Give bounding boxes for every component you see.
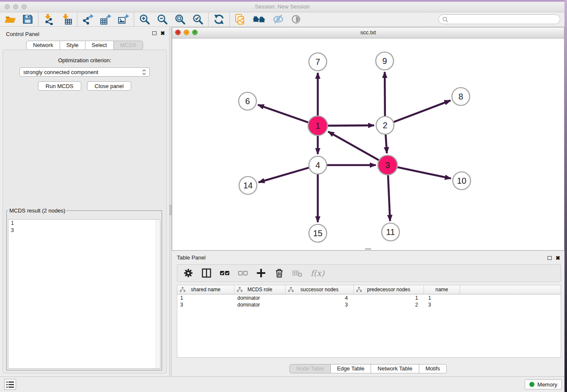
show-all-networks-icon[interactable] [252,14,266,25]
zoom-selected-icon[interactable] [192,14,204,25]
close-panel-icon[interactable]: ✖ [160,31,165,36]
table-cell[interactable]: 3 [424,301,460,308]
criterion-dropdown[interactable]: strongly connected component [19,67,150,77]
split-view-icon[interactable] [201,268,212,278]
node-3[interactable]: 3 [378,155,397,175]
edge-3-1[interactable] [328,132,379,160]
search-input[interactable] [450,16,556,23]
column-header-MCDS-role[interactable]: MCDS role [234,285,286,294]
edge-1-6[interactable] [258,105,308,123]
table-row[interactable]: 1dominator411 [177,295,561,301]
tab-edge-table[interactable]: Edge Table [330,364,371,373]
table-cell[interactable]: 1 [354,295,424,301]
tab-mcds[interactable]: MCDS [113,41,143,50]
tab-style[interactable]: Style [60,41,85,50]
node-2[interactable]: 2 [376,116,394,134]
edge-2-3[interactable] [385,135,387,153]
close-panel-button[interactable]: Close panel [87,81,132,91]
function-builder-icon[interactable]: f(x) [311,268,325,278]
zoom-out-icon[interactable] [157,14,168,25]
node-8[interactable]: 8 [452,88,470,105]
tab-motifs[interactable]: Motifs [418,364,447,373]
edge-4-14[interactable] [259,168,309,182]
result-scrollbar[interactable] [156,220,160,368]
column-header-successor-nodes[interactable]: successor nodes [286,285,354,294]
table-row[interactable]: 3dominator323 [177,301,561,308]
float-table-panel-icon[interactable] [548,256,552,260]
delete-table-icon[interactable] [292,268,303,278]
edge-2-9[interactable] [385,72,385,116]
add-column-icon[interactable] [256,268,266,278]
import-network-icon[interactable] [43,14,55,25]
toolbar-separator [229,13,230,26]
table-cell[interactable]: dominator [234,295,286,301]
open-folder-icon[interactable] [4,14,16,25]
mcds-result-list[interactable]: 13 [8,219,160,369]
task-history-button[interactable] [4,379,16,390]
node-10[interactable]: 10 [453,172,471,190]
node-4[interactable]: 4 [309,156,327,174]
node-9[interactable]: 9 [376,52,394,70]
table-cell[interactable]: 1 [424,295,460,301]
result-item[interactable]: 1 [8,220,160,227]
network-window-titlebar[interactable]: × − + scc.txt [172,28,564,39]
refresh-layout-icon[interactable] [213,14,225,25]
network-graph[interactable]: 1234678910111415 [172,38,564,250]
table-cell[interactable]: 1 [177,295,234,301]
table-cell[interactable]: 4 [286,295,354,301]
node-14[interactable]: 14 [239,177,257,194]
hide-graphics-details-icon[interactable] [272,14,284,25]
run-mcds-button[interactable]: Run MCDS [38,81,81,91]
table-panel: Table Panel ✖ [172,252,564,377]
show-graphics-details-icon[interactable] [290,14,302,25]
memory-button[interactable]: Memory [525,379,562,389]
column-header-name[interactable]: name [424,285,460,294]
node-15[interactable]: 15 [309,224,327,242]
deselect-all-icon[interactable] [238,268,248,278]
application-window: Session: New Session [0,0,567,392]
node-1[interactable]: 1 [308,116,328,135]
table-settings-icon[interactable] [183,268,193,278]
table-cell[interactable]: 3 [177,301,234,308]
float-panel-icon[interactable] [152,31,157,35]
node-6[interactable]: 6 [239,92,256,110]
edge-3-11[interactable] [388,175,390,221]
search-box[interactable] [438,14,560,24]
node-label: 1 [315,121,320,130]
tab-network-table[interactable]: Network Table [371,364,419,373]
tab-node-table[interactable]: Node Table [289,364,331,373]
select-all-icon[interactable] [220,268,230,278]
node-11[interactable]: 11 [382,223,399,241]
close-table-panel-icon[interactable]: ✖ [556,256,560,260]
column-header-shared-name[interactable]: shared name [177,285,234,294]
edge-2-8[interactable] [394,100,451,122]
window-title: Session: New Session [0,3,564,10]
zoom-fit-icon[interactable] [174,14,186,25]
tab-network[interactable]: Network [26,41,60,50]
export-image-icon[interactable] [118,14,129,25]
table-tabs: Node TableEdge TableNetwork TableMotifs [289,364,447,373]
export-network-icon[interactable] [82,14,94,25]
split-handle[interactable] [170,205,171,215]
node-7[interactable]: 7 [309,53,327,71]
table-cell[interactable]: 3 [286,301,354,308]
edge-1-2[interactable] [328,125,374,126]
result-item[interactable]: 3 [8,227,160,234]
network-resize-handle[interactable] [365,248,371,250]
zoom-in-icon[interactable] [139,14,150,25]
attribute-type-icon [237,287,242,292]
column-header-predecessor-nodes[interactable]: predecessor nodes [354,285,424,294]
network-canvas[interactable]: 1234678910111415 [172,38,564,250]
task-list-icon [6,381,15,389]
delete-column-icon[interactable] [274,268,284,278]
table-cell[interactable]: 2 [354,301,424,308]
export-table-icon[interactable] [100,14,111,25]
clone-network-icon[interactable] [234,14,246,25]
table-cell[interactable]: dominator [234,301,286,308]
edge-3-10[interactable] [397,167,451,179]
save-icon[interactable] [22,14,33,25]
import-table-icon[interactable] [61,14,72,25]
toolbar-separator [77,13,77,26]
tab-select[interactable]: Select [85,41,114,50]
node-table[interactable]: shared nameMCDS rolesuccessor nodesprede… [177,285,561,358]
